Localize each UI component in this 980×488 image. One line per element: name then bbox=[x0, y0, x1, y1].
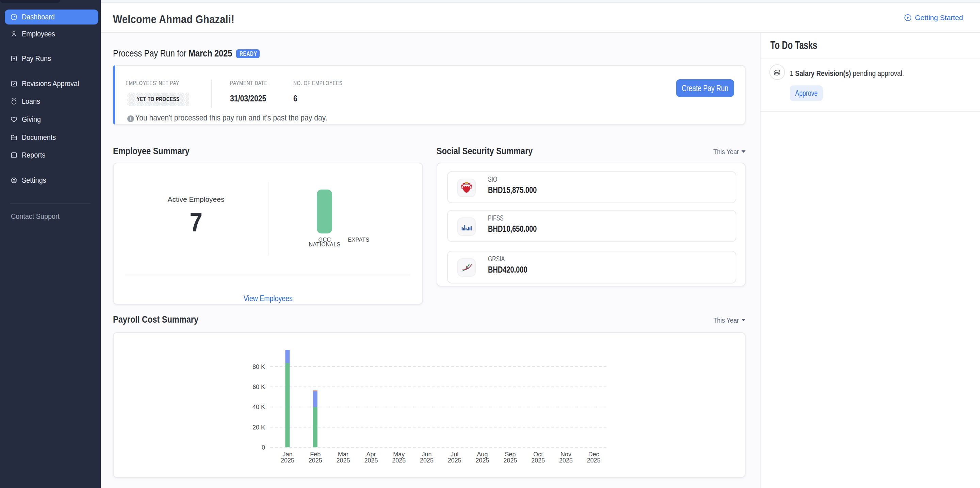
svg-text:Apr: Apr bbox=[366, 451, 375, 458]
svg-text:2025: 2025 bbox=[364, 457, 378, 464]
svg-text:Oct: Oct bbox=[533, 451, 543, 458]
svg-text:Aug: Aug bbox=[477, 451, 488, 458]
svg-text:80 K: 80 K bbox=[253, 364, 265, 370]
svg-text:2025: 2025 bbox=[559, 457, 573, 464]
svg-text:2025: 2025 bbox=[587, 457, 601, 464]
svg-text:2025: 2025 bbox=[392, 457, 406, 464]
svg-text:2025: 2025 bbox=[503, 457, 517, 464]
svg-text:2025: 2025 bbox=[281, 457, 294, 464]
svg-text:Dec: Dec bbox=[588, 451, 599, 458]
svg-text:Jun: Jun bbox=[422, 451, 431, 458]
svg-text:May: May bbox=[393, 451, 404, 458]
svg-text:Nov: Nov bbox=[560, 451, 571, 458]
svg-text:20 K: 20 K bbox=[253, 424, 265, 431]
svg-text:Mar: Mar bbox=[338, 451, 348, 458]
svg-text:2025: 2025 bbox=[476, 457, 489, 464]
svg-text:40 K: 40 K bbox=[253, 404, 265, 410]
svg-text:0: 0 bbox=[262, 444, 265, 451]
svg-text:2025: 2025 bbox=[420, 457, 434, 464]
svg-text:Sep: Sep bbox=[504, 451, 515, 458]
svg-text:Jan: Jan bbox=[282, 451, 292, 458]
svg-text:2025: 2025 bbox=[448, 457, 461, 464]
svg-text:2025: 2025 bbox=[337, 457, 350, 464]
svg-text:60 K: 60 K bbox=[253, 383, 265, 390]
svg-text:Jul: Jul bbox=[450, 451, 458, 458]
svg-text:Feb: Feb bbox=[310, 451, 321, 458]
svg-text:2025: 2025 bbox=[531, 457, 545, 464]
svg-text:2025: 2025 bbox=[309, 457, 322, 464]
